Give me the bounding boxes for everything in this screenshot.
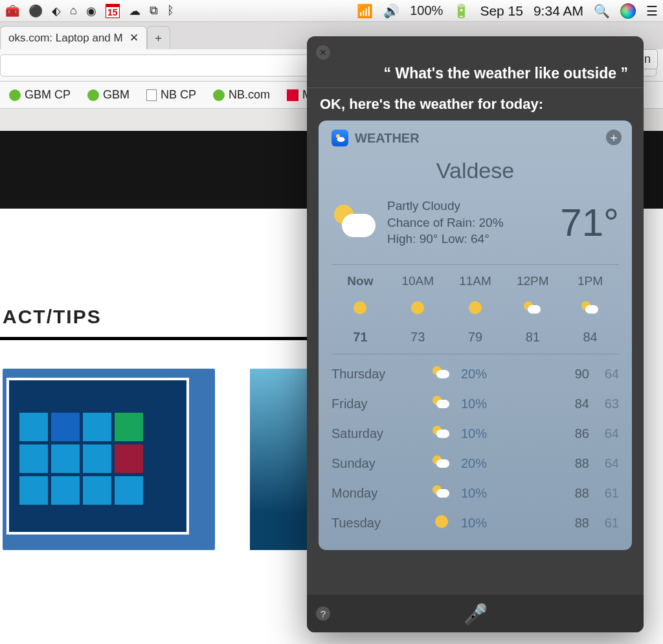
- partly-cloudy-icon: [561, 300, 619, 318]
- daily-low: 61: [589, 486, 619, 501]
- hourly-time: 1PM: [561, 274, 619, 288]
- daily-low: 64: [589, 456, 619, 471]
- article-thumbnail-1[interactable]: [3, 369, 215, 550]
- bookmark-label: GBM: [103, 88, 129, 102]
- daily-high: 86: [559, 426, 589, 441]
- sun-icon: [447, 300, 504, 318]
- wifi-icon[interactable]: 📶: [357, 3, 373, 19]
- daily-high: 90: [559, 367, 589, 382]
- daily-rain-pct: 10%: [461, 426, 513, 441]
- partly-cloudy-icon: [422, 426, 461, 443]
- daily-day: Monday: [332, 486, 422, 501]
- weather-card[interactable]: WEATHER ＋ Valdese Partly Cloudy Chance o…: [319, 121, 632, 550]
- daily-high: 88: [559, 486, 589, 501]
- daily-low: 63: [589, 397, 619, 411]
- tab-title: oks.com: Laptop and M: [8, 32, 123, 45]
- help-icon[interactable]: ?: [316, 606, 330, 621]
- battery-icon[interactable]: 🔋: [453, 3, 469, 19]
- hourly-temp: 79: [447, 330, 504, 345]
- calendar-icon[interactable]: 15: [106, 4, 120, 18]
- new-tab-button[interactable]: ＋: [147, 26, 170, 49]
- weather-location: Valdese: [332, 158, 619, 183]
- partly-cloudy-icon: [422, 366, 461, 383]
- daily-rain-pct: 10%: [461, 397, 513, 411]
- bookmark-item[interactable]: NB CP: [146, 88, 196, 102]
- siri-answer-text: OK, here's the weather for today:: [307, 88, 644, 113]
- dropbox-icon[interactable]: ⬖: [52, 4, 61, 18]
- home-cloud-icon[interactable]: ⌂: [70, 4, 77, 17]
- daily-row: Thursday20%9064: [332, 360, 619, 389]
- toolbox-icon[interactable]: 🧰: [5, 4, 19, 18]
- close-icon[interactable]: ✕: [316, 45, 330, 60]
- bookmark-item[interactable]: NB.com: [213, 88, 270, 102]
- hourly-time: 12PM: [504, 274, 561, 288]
- bookmark-label: GBM CP: [25, 88, 71, 102]
- hourly-column: Now71: [332, 274, 389, 345]
- add-weather-icon[interactable]: ＋: [606, 130, 622, 145]
- weather-rain-chance: Chance of Rain: 20%: [387, 214, 504, 231]
- volume-icon[interactable]: 🔊: [383, 3, 399, 19]
- daily-day: Tuesday: [332, 516, 422, 531]
- onedrive-icon[interactable]: ☁: [129, 4, 140, 18]
- daily-high: 84: [559, 397, 589, 411]
- daily-rain-pct: 10%: [461, 486, 513, 501]
- weather-hilo: High: 90° Low: 64°: [387, 231, 504, 247]
- macos-menubar: 🧰 ⚫ ⬖ ⌂ ◉ 15 ☁ ⧉ ᛒ 📶 🔊 100% 🔋 Sep 15 9:3…: [0, 0, 663, 22]
- sun-icon: [332, 300, 389, 318]
- battery-percentage[interactable]: 100%: [410, 3, 443, 18]
- spotlight-icon[interactable]: 🔍: [594, 3, 610, 19]
- partly-cloudy-icon: [422, 455, 461, 472]
- notification-center-icon[interactable]: ☰: [646, 3, 658, 19]
- menubar-tray-right: 📶 🔊 100% 🔋 Sep 15 9:34 AM 🔍 ☰: [357, 3, 658, 19]
- daily-rain-pct: 10%: [461, 516, 513, 531]
- browser-tab-active[interactable]: oks.com: Laptop and M ✕: [0, 26, 147, 49]
- daily-forecast[interactable]: Thursday20%9064Friday10%8463Saturday10%8…: [332, 360, 619, 538]
- green-icon: [213, 89, 225, 101]
- daily-high: 88: [559, 516, 589, 531]
- daily-rain-pct: 20%: [461, 456, 513, 471]
- daily-row: Sunday20%8864: [332, 449, 619, 479]
- siri-input-bar: ? 🎤: [307, 595, 644, 632]
- menubar-tray-left: 🧰 ⚫ ⬖ ⌂ ◉ 15 ☁ ⧉ ᛒ: [5, 4, 174, 18]
- current-temperature: 71°: [560, 200, 619, 245]
- daily-low: 64: [589, 367, 619, 382]
- siri-panel: ✕ What's the weather like outside OK, he…: [307, 36, 644, 632]
- hourly-forecast[interactable]: Now7110AM7311AM7912PM811PM84: [332, 264, 619, 354]
- hourly-temp: 73: [389, 330, 447, 345]
- daily-day: Sunday: [332, 456, 422, 471]
- current-weather-row: Partly Cloudy Chance of Rain: 20% High: …: [332, 198, 619, 247]
- green-icon: [87, 89, 99, 101]
- menubar-time[interactable]: 9:34 AM: [534, 3, 583, 19]
- bookmark-item[interactable]: GBM: [87, 88, 129, 102]
- bluetooth-icon[interactable]: ᛒ: [167, 4, 174, 17]
- hourly-time: Now: [332, 274, 389, 288]
- 1password-icon[interactable]: ⧉: [150, 4, 158, 17]
- daily-day: Thursday: [332, 367, 422, 382]
- daily-row: Saturday10%8664: [332, 419, 619, 449]
- hourly-time: 10AM: [389, 274, 447, 288]
- close-tab-icon[interactable]: ✕: [129, 31, 139, 45]
- doc-icon: [146, 89, 157, 101]
- daily-row: Tuesday10%8861: [332, 509, 619, 538]
- hourly-temp: 81: [504, 330, 561, 345]
- creative-cloud-icon[interactable]: ◉: [86, 4, 96, 18]
- office-icon: [287, 89, 298, 101]
- record-icon[interactable]: ⚫: [28, 4, 43, 18]
- partly-cloudy-icon: [422, 485, 461, 502]
- green-icon: [9, 89, 21, 101]
- siri-query-text: What's the weather like outside: [307, 36, 644, 82]
- menubar-date[interactable]: Sep 15: [480, 3, 523, 19]
- siri-icon[interactable]: [620, 3, 636, 19]
- daily-row: Friday10%8463: [332, 389, 619, 419]
- partly-cloudy-icon: [504, 300, 561, 318]
- weather-app-icon: [332, 130, 348, 146]
- svg-point-1: [337, 137, 345, 143]
- microphone-icon[interactable]: 🎤: [464, 603, 488, 625]
- bookmark-label: NB CP: [161, 88, 196, 102]
- hourly-temp: 71: [332, 330, 389, 345]
- partly-cloudy-icon: [332, 205, 377, 240]
- daily-high: 88: [559, 456, 589, 471]
- hourly-column: 1PM84: [561, 274, 619, 345]
- weather-card-title: WEATHER: [355, 131, 420, 146]
- bookmark-item[interactable]: GBM CP: [9, 88, 71, 102]
